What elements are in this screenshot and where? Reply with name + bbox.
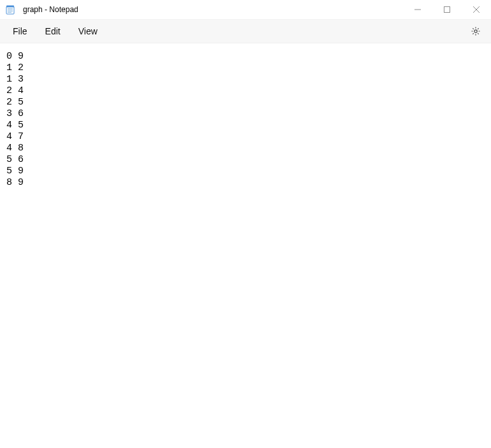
titlebar: graph - Notepad xyxy=(0,0,491,19)
svg-point-10 xyxy=(474,30,477,33)
maximize-icon xyxy=(444,6,450,13)
menu-edit[interactable]: Edit xyxy=(36,22,70,40)
minimize-button[interactable] xyxy=(403,0,432,19)
minimize-icon xyxy=(414,6,421,13)
text-editor[interactable]: 0 9 1 2 1 3 2 4 2 5 3 6 4 5 4 7 4 8 5 6 … xyxy=(0,43,491,448)
svg-rect-0 xyxy=(6,6,14,14)
gear-icon xyxy=(471,26,481,36)
close-button[interactable] xyxy=(462,0,491,19)
window-controls xyxy=(403,0,491,19)
svg-rect-1 xyxy=(6,6,14,8)
menu-file[interactable]: File xyxy=(4,22,36,40)
menu-view[interactable]: View xyxy=(70,22,106,40)
settings-button[interactable] xyxy=(464,22,487,41)
window-title: graph - Notepad xyxy=(23,5,78,14)
svg-rect-7 xyxy=(444,7,450,13)
maximize-button[interactable] xyxy=(432,0,462,19)
menubar: File Edit View xyxy=(0,19,491,43)
close-icon xyxy=(473,6,480,13)
notepad-icon xyxy=(5,4,15,15)
